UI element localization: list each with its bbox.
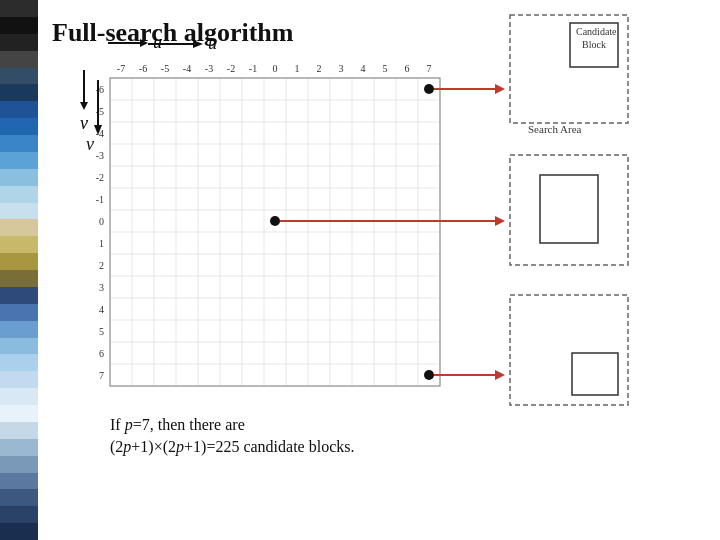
center-arrow-head	[495, 216, 505, 226]
svg-text:3: 3	[339, 63, 344, 74]
svg-text:-2: -2	[96, 172, 104, 183]
svg-text:-6: -6	[139, 63, 147, 74]
svg-text:7: 7	[99, 370, 104, 381]
svg-text:5: 5	[383, 63, 388, 74]
search-area-label: Search Area	[528, 123, 582, 135]
svg-text:0: 0	[273, 63, 278, 74]
svg-text:-3: -3	[96, 150, 104, 161]
svg-marker-63	[193, 40, 203, 48]
svg-text:-3: -3	[205, 63, 213, 74]
svg-text:-1: -1	[96, 194, 104, 205]
top-diagram: Candidate Block	[510, 15, 628, 123]
grid-group: -7 -6 -5 -4 -3 -2 -1 0 1 2 3 4 5 6 7 -6 …	[96, 63, 505, 386]
svg-text:Block: Block	[582, 39, 606, 50]
bottom-arrow-head	[495, 370, 505, 380]
svg-rect-75	[572, 353, 618, 395]
svg-rect-73	[540, 175, 598, 243]
svg-text:1: 1	[295, 63, 300, 74]
svg-text:5: 5	[99, 326, 104, 337]
top-arrow-head	[495, 84, 505, 94]
svg-text:Candidate: Candidate	[576, 26, 617, 37]
svg-text:4: 4	[361, 63, 366, 74]
svg-text:3: 3	[99, 282, 104, 293]
svg-text:2: 2	[317, 63, 322, 74]
middle-diagram	[510, 155, 628, 265]
svg-text:7: 7	[427, 63, 432, 74]
u-axis: u	[148, 33, 217, 53]
bottom-text-line1: If p=7, then there are	[110, 416, 245, 434]
svg-text:-1: -1	[249, 63, 257, 74]
svg-text:-5: -5	[161, 63, 169, 74]
main-svg: -7 -6 -5 -4 -3 -2 -1 0 1 2 3 4 5 6 7 -6 …	[38, 0, 720, 540]
svg-text:4: 4	[99, 304, 104, 315]
svg-text:-7: -7	[117, 63, 125, 74]
svg-text:0: 0	[99, 216, 104, 227]
dot-center	[270, 216, 280, 226]
svg-text:-5: -5	[96, 106, 104, 117]
svg-text:1: 1	[99, 238, 104, 249]
svg-text:-2: -2	[227, 63, 235, 74]
svg-text:v: v	[86, 134, 94, 154]
svg-text:-4: -4	[183, 63, 191, 74]
dot-bottom-right	[424, 370, 434, 380]
svg-text:u: u	[208, 33, 217, 53]
bottom-text-line2: (2p+1)×(2p+1)=225 candidate blocks.	[110, 438, 354, 456]
svg-text:6: 6	[99, 348, 104, 359]
color-strip	[0, 0, 38, 540]
bottom-diagram	[510, 295, 628, 405]
svg-text:2: 2	[99, 260, 104, 271]
svg-text:-6: -6	[96, 84, 104, 95]
svg-text:6: 6	[405, 63, 410, 74]
dot-top-right	[424, 84, 434, 94]
